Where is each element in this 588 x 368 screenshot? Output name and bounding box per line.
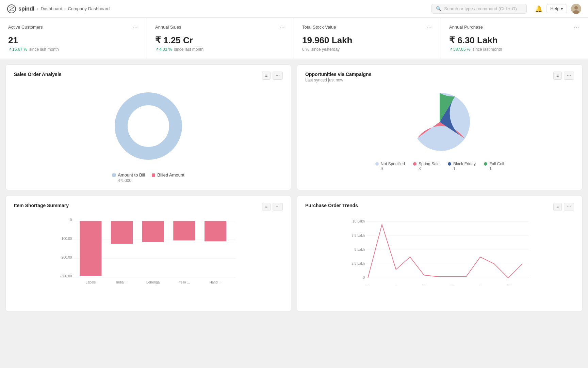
stat-value: 21 [8, 35, 138, 46]
bar-labels [80, 221, 101, 276]
stat-change: ↗ 587.05 % [449, 47, 471, 52]
bar-hand [205, 221, 226, 242]
legend-dot [484, 162, 487, 166]
bell-icon[interactable]: 🔔 [535, 5, 542, 13]
chart-row-1: Sales Order Analysis ≡ ⋯ [0, 59, 588, 196]
stat-card-stock-value: Total Stock Value ⋯ 19.960 Lakh 0 % sinc… [294, 18, 441, 59]
stat-card-header: Annual Sales ⋯ [155, 24, 285, 30]
legend-dot [448, 162, 451, 166]
arrow-up-icon: ↗ [8, 47, 12, 52]
stat-value: ₹ 6.30 Lakh [449, 35, 580, 46]
help-label: Help [550, 6, 559, 11]
pie-legend: Not Specified 9 Spring Sale 3 [375, 162, 504, 171]
filter-icon: ≡ [556, 73, 559, 78]
legend-text: Billed Amount [157, 172, 184, 178]
chart-row-2: Item Shortage Summary ≡ ⋯ 0 -100.00 -200… [0, 196, 588, 317]
stat-menu[interactable]: ⋯ [426, 24, 432, 30]
donut-chart-svg [111, 89, 186, 164]
header-actions: 🔔 Help ▾ [535, 4, 581, 14]
legend-text: Spring Sale [419, 162, 440, 166]
filter-button[interactable]: ≡ [553, 203, 562, 211]
bar-yello [173, 221, 195, 241]
stat-title: Annual Purchase [449, 25, 483, 30]
avatar[interactable] [571, 4, 581, 14]
bar-lehenga [142, 221, 164, 242]
svg-text:0: 0 [363, 276, 365, 279]
more-button[interactable]: ⋯ [564, 203, 574, 211]
legend-text: Amount to Bill [118, 172, 145, 178]
bar-label-1: India ... [116, 280, 128, 284]
breadcrumb-company[interactable]: Company Dashboard [68, 6, 110, 11]
svg-text:...: ... [394, 282, 397, 286]
breadcrumb-dashboard[interactable]: Dashboard [40, 6, 62, 11]
bar-label-4: Hand ... [209, 280, 221, 284]
panel-title-group: Sales Order Analysis [14, 72, 62, 77]
stat-title: Annual Sales [155, 25, 181, 30]
panel-title: Purchase Order Trends [305, 203, 358, 208]
main-content: Active Customers ⋯ 21 ↗ 16.67 % since la… [0, 18, 588, 317]
search-icon: 🔍 [436, 6, 441, 11]
pie-legend-item-2: Black Friday 1 [448, 162, 476, 171]
more-icon: ⋯ [567, 204, 571, 209]
panel-title: Item Shortage Summary [14, 203, 69, 208]
stat-card-header: Annual Purchase ⋯ [449, 24, 580, 30]
filter-button[interactable]: ≡ [553, 72, 562, 80]
panel-title: Opportunities via Campaigns [305, 72, 371, 77]
search-bar[interactable]: 🔍 Search or type a command (Ctrl + G) [431, 4, 527, 14]
stat-title: Active Customers [8, 25, 43, 30]
stat-menu[interactable]: ⋯ [279, 24, 285, 30]
stat-cards-row: Active Customers ⋯ 21 ↗ 16.67 % since la… [0, 18, 588, 59]
legend-text: Not Specified [381, 162, 405, 166]
svg-text:7.5 Lakh: 7.5 Lakh [352, 234, 365, 237]
more-button[interactable]: ⋯ [564, 72, 574, 80]
legend-text: Black Friday [453, 162, 476, 166]
more-button[interactable]: ⋯ [273, 203, 283, 211]
bar-chart-svg: 0 -100.00 -200.00 -300.00 Labels Indi [14, 216, 283, 291]
legend-count: 1 [489, 166, 492, 171]
line-chart-area: 10 Lakh 7.5 Lakh 5 Lakh 2.5 Lakh 0 [305, 216, 574, 291]
y-label-0: 0 [70, 218, 72, 222]
legend-count: 9 [381, 166, 383, 171]
legend-count: 1 [453, 166, 456, 171]
line-chart-svg: 10 Lakh 7.5 Lakh 5 Lakh 2.5 Lakh 0 [305, 216, 574, 291]
pie-legend-label: Black Friday [448, 162, 476, 166]
legend-label: Amount to Bill [112, 172, 145, 178]
stat-change-value: 4.03 % [159, 47, 172, 52]
avatar-image [571, 4, 581, 14]
y-label-1: -100.00 [60, 237, 72, 241]
stat-footer: ↗ 4.03 % since last month [155, 47, 285, 52]
legend-text: Fall Coll [489, 162, 504, 166]
stat-footer: 0 % since yesterday [302, 47, 432, 52]
panel-header: Opportunities via Campaigns Last synced … [305, 72, 574, 82]
bar-india [111, 221, 133, 244]
donut-legend: Amount to Bill 475000 Billed Amount [112, 172, 184, 183]
legend-dot-blue [112, 173, 116, 177]
y-label-3: -300.00 [60, 274, 72, 278]
donut-chart-container: Amount to Bill 475000 Billed Amount [14, 85, 283, 183]
stat-period: since last month [174, 47, 203, 52]
panel-actions: ≡ ⋯ [262, 203, 283, 211]
stat-change-value: 0 % [302, 47, 309, 52]
arrow-up-icon: ↗ [449, 47, 453, 52]
sales-order-panel: Sales Order Analysis ≡ ⋯ [5, 64, 291, 190]
more-button[interactable]: ⋯ [273, 72, 283, 80]
legend-value: 475000 [118, 178, 131, 183]
stat-footer: ↗ 587.05 % since last month [449, 47, 580, 52]
stat-menu[interactable]: ⋯ [574, 24, 580, 30]
help-button[interactable]: Help ▾ [546, 4, 567, 13]
legend-count: 3 [419, 166, 421, 171]
search-placeholder: Search or type a command (Ctrl + G) [444, 6, 517, 11]
header: spindl › Dashboard › Company Dashboard 🔍… [0, 0, 588, 18]
panel-header: Sales Order Analysis ≡ ⋯ [14, 72, 283, 80]
stat-change: 0 % [302, 47, 309, 52]
panel-header: Item Shortage Summary ≡ ⋯ [14, 203, 283, 211]
filter-button[interactable]: ≡ [262, 203, 271, 211]
logo[interactable]: spindl [7, 4, 34, 14]
bar-label-3: Yello ... [179, 280, 190, 284]
filter-button[interactable]: ≡ [262, 72, 271, 80]
stat-menu[interactable]: ⋯ [132, 24, 138, 30]
legend-dot-pink [152, 173, 155, 177]
svg-point-4 [121, 99, 176, 153]
stat-change: ↗ 16.67 % [8, 47, 27, 52]
pie-legend-item-0: Not Specified 9 [375, 162, 405, 171]
